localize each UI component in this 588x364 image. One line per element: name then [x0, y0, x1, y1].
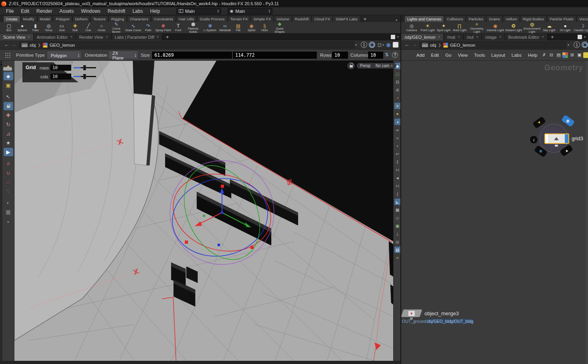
shelf-tool-torus[interactable]: ◎Torus [42, 24, 55, 32]
node-path-field[interactable]: obj ❯ GEO_lemon [19, 42, 354, 48]
path-history-caret-icon[interactable]: ▾ [355, 43, 357, 47]
size-y-field[interactable]: 114.772 [233, 52, 317, 59]
forward-arrow-icon[interactable]: → [11, 42, 16, 48]
shelf-tool-camera[interactable]: ◎Camera [404, 24, 420, 32]
tab-scene-view[interactable]: Scene View× [0, 34, 34, 40]
pane-divider[interactable] [400, 15, 401, 364]
back-arrow-icon[interactable]: ← [4, 42, 9, 48]
network-editor[interactable]: Geometry ▼ ◉ i ✲ ▲ grid3 ▼ object_merge3… [401, 61, 588, 364]
shelf-tab-volume[interactable]: Volume [274, 16, 292, 22]
flipbook-icon[interactable]: ◒ [4, 217, 13, 225]
shelf-tab-viscous-fluids[interactable]: Viscous Fluids [576, 16, 588, 22]
node-display-flag[interactable] [565, 134, 568, 143]
node-output-connector[interactable] [555, 145, 558, 147]
view-tool-icon[interactable]: ◐ [4, 199, 13, 207]
close-icon[interactable]: × [476, 35, 478, 39]
dynamics-mode-icon[interactable]: ▣ [4, 81, 13, 90]
menu-edit[interactable]: Edit [17, 8, 33, 14]
menu-labs[interactable]: Labs [129, 8, 146, 14]
menu-redshift[interactable]: Redshift [104, 8, 129, 14]
shelf-tab-rigid-bodies[interactable]: Rigid Bodies [520, 16, 547, 22]
close-icon[interactable]: × [70, 35, 72, 39]
render-region-icon[interactable]: ▦ [4, 208, 13, 216]
rotate-tool-icon[interactable]: ↻ [4, 120, 13, 129]
translate-tool-icon[interactable]: ✚ [4, 111, 13, 119]
shelf-tool-curve-bezier[interactable]: ✎Curve Bezier [108, 22, 125, 34]
shelf-tab-lights-cameras[interactable]: Lights and Cameras [404, 16, 444, 22]
shelf-tool-distant-light[interactable]: ❂Distant Light [504, 24, 523, 32]
menu-help[interactable]: Help [146, 8, 164, 14]
tab-bookmark-editor[interactable]: Bookmark Editor× [505, 34, 548, 40]
net-menu-edit[interactable]: Edit [428, 53, 442, 58]
shelf-tab-terrain-fx[interactable]: Terrain FX [228, 16, 251, 22]
pin-icon[interactable]: ↧ [394, 159, 401, 165]
help-icon[interactable]: ? [392, 52, 398, 58]
shelf-tool-point-light[interactable]: ☀Point Light [420, 24, 436, 32]
tab-labs-parameter-diff[interactable]: Labs | Parameter Diff× [112, 34, 163, 40]
shelf-tab-deform[interactable]: Deform [72, 16, 90, 22]
shelf-tool-metaball[interactable]: ∞Metaball [218, 24, 232, 32]
color-palette-icon[interactable] [562, 52, 568, 58]
shelf-tool-sphere[interactable]: ●Sphere [16, 24, 29, 32]
grid-snap-icon[interactable]: ⊞ [569, 52, 575, 58]
new-tab-button[interactable]: + [162, 34, 172, 40]
size-x-field[interactable]: 61.8269 [152, 52, 232, 59]
network-scrollbar[interactable] [586, 61, 588, 364]
snapping-ring-icon[interactable] [582, 42, 588, 48]
menu-file[interactable]: File [2, 8, 17, 14]
shelf-tab-redshift[interactable]: Redshift [292, 16, 312, 22]
back-arrow-icon[interactable]: ← [404, 42, 410, 48]
net-menu-tools[interactable]: Tools [471, 53, 488, 58]
panes-icon[interactable]: ▣ [576, 52, 582, 58]
toolbar-grip-icon[interactable] [5, 52, 11, 58]
shelf-tab-model[interactable]: Model [37, 16, 53, 22]
spectacles-icon[interactable]: ∝ [394, 135, 401, 141]
shelf-tab-simple-fx[interactable]: Simple FX [250, 16, 274, 22]
menu-render[interactable]: Render [33, 8, 56, 14]
shelf-tab-guide-process[interactable]: Guide Process [197, 16, 227, 22]
shelf-tool-caustic-light[interactable]: ☽Caustic Light [573, 24, 588, 32]
shelf-tool-line[interactable]: ╱Line [82, 24, 95, 32]
desktop-selector[interactable]: Main ▴▾ [176, 8, 221, 14]
show-selected-icon[interactable]: ▢ [394, 71, 401, 77]
spinner-icon[interactable]: ▴▾ [269, 9, 270, 13]
close-icon[interactable]: × [28, 35, 30, 39]
hud-collapse-handle[interactable] [3, 67, 12, 71]
shelf-tab-texture[interactable]: Texture [90, 16, 108, 22]
snap-curve-icon[interactable]: ∪ [4, 169, 13, 177]
floating-panel-icon[interactable] [393, 42, 398, 48]
shelf-tab-collisions[interactable]: Collisions [444, 16, 466, 22]
tab-out[interactable]: /out× [464, 34, 482, 40]
net-menu-view[interactable]: View [455, 53, 471, 58]
checker-background-icon[interactable]: ▩ [394, 207, 401, 213]
path-node[interactable]: GEO_lemon [50, 43, 75, 48]
view-cube-caret-icon[interactable]: ▾ [382, 43, 384, 47]
close-icon[interactable]: × [499, 35, 502, 39]
shelf-tab-sidefx-labs[interactable]: SideFX Labs [333, 16, 360, 22]
shelf-tool-spot-light[interactable]: ✦Spot Light [436, 24, 452, 32]
shading-mode-icon[interactable]: ◑ [394, 119, 401, 125]
primitive-type-select[interactable]: Polygon▴▾ [47, 52, 81, 59]
light-pin-icon[interactable]: ✦ [394, 111, 401, 117]
shelf-tool-draw-curve[interactable]: ∿Draw Curve [125, 24, 142, 32]
view-cube-icon[interactable]: ◻ [378, 42, 382, 48]
close-icon[interactable]: × [106, 35, 108, 39]
tools-icon[interactable]: ✗ [541, 52, 547, 58]
snapping-ring-icon[interactable] [369, 42, 375, 48]
close-icon[interactable]: × [438, 35, 440, 39]
shelf-tab-add-button[interactable]: + [360, 16, 370, 22]
shelf-tab-particle-fluids[interactable]: Particle Fluids [547, 16, 576, 22]
shelf-tool-area-light[interactable]: ∏Area Light [452, 24, 468, 32]
hud-cols-slider[interactable] [74, 74, 96, 79]
point-numbers-icon[interactable]: 12 [394, 167, 401, 173]
pane-maximize-icon[interactable] [391, 35, 395, 39]
geometry-mode-icon[interactable]: ◈ [4, 72, 13, 80]
spinner-icon[interactable]: ▴▾ [218, 9, 219, 13]
image-frame-icon[interactable]: ▣ [394, 223, 401, 229]
object-merge3-node[interactable]: ▼ [401, 309, 422, 317]
parameter-order-icon[interactable]: ⇅ [385, 52, 389, 58]
shelf-tool-volume-light[interactable]: ◉Volume Light [486, 24, 504, 32]
hull-display-icon[interactable]: ∫ [394, 191, 401, 197]
shelf-tool-grid[interactable]: ▭Grid [55, 24, 68, 32]
shelf-tool-null[interactable]: ✚Null [68, 24, 82, 32]
